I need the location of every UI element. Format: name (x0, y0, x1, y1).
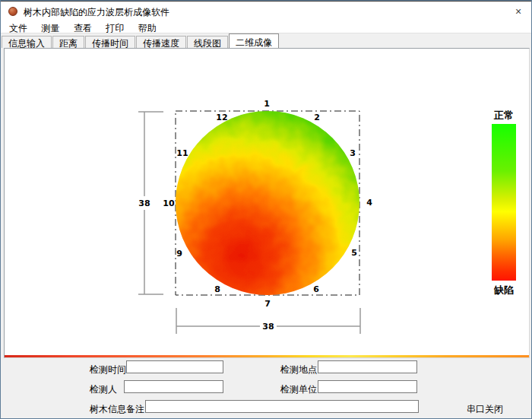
sensor-label-11: 11 (176, 148, 188, 158)
detect-time-input[interactable] (126, 360, 223, 373)
detect-place-label: 检测地点 (280, 363, 317, 376)
tab-distance[interactable]: 距离 (52, 36, 84, 48)
detect-person-input[interactable] (124, 380, 223, 393)
tab-bar: 信息输入距离传播时间传播速度线段图二维成像 (1, 33, 531, 48)
sensor-label-1: 1 (264, 99, 270, 109)
app-icon (8, 7, 17, 16)
sensor-label-3: 3 (350, 148, 356, 158)
legend-defect-label: 缺陷 (493, 284, 514, 296)
detect-place-input[interactable] (318, 360, 417, 373)
sensor-label-6: 6 (313, 284, 319, 294)
sensor-label-10: 10 (163, 198, 175, 208)
tree-note-label: 树木信息备注 (90, 403, 144, 416)
legend-color-bar (492, 124, 516, 281)
detect-unit-input[interactable] (318, 380, 417, 393)
close-icon[interactable]: × (511, 5, 525, 18)
gradient-strip (5, 355, 529, 357)
app-window: 树木内部缺陷的应力波层析成像软件 × 文件 测量 查看 打印 帮助 信息输入距离… (0, 0, 532, 419)
imaging-canvas: 1 2 3 4 5 6 7 8 9 10 11 12 38 (4, 48, 530, 358)
tab-propagation-speed[interactable]: 传播速度 (136, 36, 186, 48)
sensor-label-9: 9 (176, 249, 182, 259)
window-title: 树木内部缺陷的应力波层析成像软件 (24, 6, 169, 19)
tab-info-input[interactable]: 信息输入 (2, 36, 52, 48)
title-bar: 树木内部缺陷的应力波层析成像软件 × (1, 1, 531, 21)
detect-time-label: 检测时间 (90, 363, 126, 376)
detect-unit-label: 检测单位 (280, 383, 317, 396)
serial-port-status: 串口关闭 (467, 403, 503, 416)
sensor-label-5: 5 (351, 248, 357, 258)
tab-2d-imaging[interactable]: 二维成像 (229, 33, 279, 48)
sensor-label-7: 7 (264, 299, 271, 309)
tab-propagation-time[interactable]: 传播时间 (85, 36, 135, 48)
sensor-label-2: 2 (314, 113, 320, 122)
menu-bar: 文件 测量 查看 打印 帮助 (1, 21, 531, 33)
sensor-label-12: 12 (216, 113, 227, 122)
legend-normal-label: 正常 (493, 110, 514, 121)
tomogram-disc (157, 92, 378, 314)
width-dimension-label: 38 (262, 322, 274, 332)
sensor-label-4: 4 (366, 198, 372, 208)
tomogram-svg: 1 2 3 4 5 6 7 8 9 10 11 12 38 (5, 49, 529, 355)
sensor-label-8: 8 (214, 284, 220, 294)
height-dimension-label: 38 (138, 198, 150, 208)
detect-person-label: 检测人 (90, 383, 117, 396)
tab-line-segment[interactable]: 线段图 (187, 36, 228, 48)
tree-note-input[interactable] (145, 400, 419, 413)
